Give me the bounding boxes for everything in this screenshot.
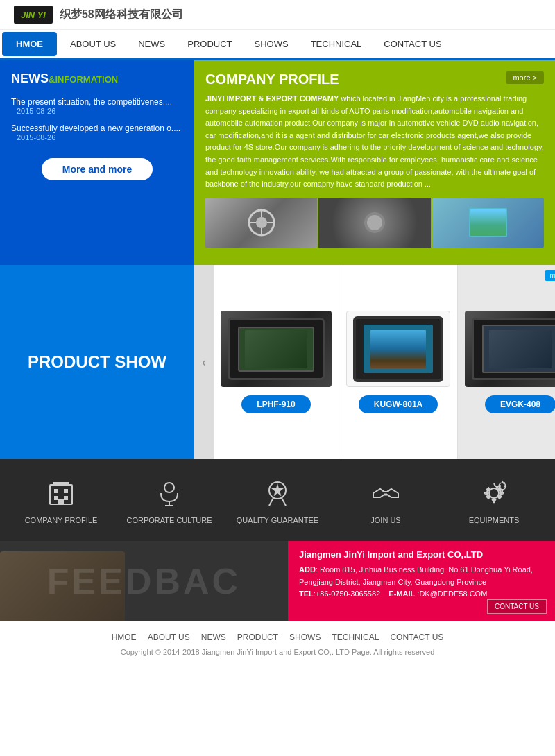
contact-us-button[interactable]: CONTACT US	[487, 599, 547, 614]
nav-item-about[interactable]: ABOUT US	[59, 32, 127, 56]
bottom-link-news[interactable]: NEWS	[201, 633, 226, 642]
svg-rect-11	[58, 499, 64, 504]
svg-point-1	[256, 217, 267, 228]
news-item-1-text: The present situation, the competitivene…	[11, 97, 183, 107]
footer-label-equipment: EQUIPMENTS	[469, 516, 520, 524]
nav-item-technical[interactable]: TECHNICAL	[300, 32, 373, 56]
svg-rect-10	[64, 496, 68, 500]
product-btn-1[interactable]: LPHF-910	[241, 395, 310, 413]
footer-label-company: COMPANY PROFILE	[25, 516, 98, 524]
prev-arrow[interactable]: ‹	[194, 265, 214, 459]
footer-icon-join[interactable]: JOIN US	[332, 476, 440, 524]
news-title: NEWS	[11, 71, 49, 85]
svg-marker-17	[271, 483, 284, 497]
bottom-nav: HMOE ABOUT US NEWS PRODUCT SHOWS TECHNIC…	[0, 621, 555, 667]
nav-item-hmoe[interactable]: HMOE	[2, 32, 57, 56]
news-item-1[interactable]: The present situation, the competitivene…	[11, 97, 183, 115]
contact-tel-email: TEL:+86-0750-3065582 E-MAIL :DK@DEDE58.C…	[299, 590, 544, 598]
contact-address: ADD: Room 815, Jinhua Business Building,…	[299, 564, 544, 588]
product-label: PRODUCT SHOW	[0, 265, 194, 459]
contact-panel: Jiangmen JinYi Import and Export CO,.LTD…	[288, 541, 555, 621]
product-btn-3[interactable]: EVGK-408	[485, 395, 555, 413]
svg-rect-7	[54, 489, 58, 493]
svg-line-18	[269, 498, 273, 506]
mic-icon	[152, 476, 187, 510]
company-img-1	[205, 198, 317, 248]
bottom-link-contact[interactable]: CONTACT US	[390, 633, 443, 642]
feedback-bg-text: FEEDBAC	[47, 560, 241, 602]
news-item-1-date: 2015-08-26	[17, 107, 183, 115]
bottom-links: HMOE ABOUT US NEWS PRODUCT SHOWS TECHNIC…	[11, 633, 544, 642]
company-panel: COMPANY PROFILE more > JINYI IMPORT & EX…	[194, 60, 555, 265]
product-img-2	[346, 311, 450, 387]
product-btn-2[interactable]: KUGW-801A	[359, 395, 438, 413]
news-item-2[interactable]: Successfully developed a new generation …	[11, 123, 183, 141]
logo-en: JIN YI	[21, 10, 46, 20]
row2: PRODUCT SHOW ‹ LPHF-910	[0, 265, 555, 459]
nav-item-product[interactable]: PRODUCT	[176, 32, 243, 56]
footer-icon-company[interactable]: COMPANY PROFILE	[7, 476, 115, 524]
product-item-3: EVGK-408	[458, 265, 555, 459]
bottom-link-hmoe[interactable]: HMOE	[112, 633, 137, 642]
product-item-2: KUGW-801A	[339, 265, 458, 459]
product-items: LPHF-910 KUGW-801A	[214, 265, 555, 459]
footer-label-quality: QUALITY GUARANTEE	[237, 516, 318, 524]
company-img-2	[318, 198, 430, 248]
nav-item-shows[interactable]: SHOWS	[244, 32, 300, 56]
logo-cn: 织梦58网络科技有限公司	[60, 8, 183, 22]
company-more-tag[interactable]: more >	[506, 71, 544, 84]
company-title: COMPANY PROFILE	[205, 71, 544, 87]
bottom-link-product[interactable]: PRODUCT	[237, 633, 278, 642]
logo-box: JIN YI	[14, 6, 53, 24]
contact-company-name: Jiangmen JinYi Import and Export CO,.LTD	[299, 549, 544, 560]
company-description: JINYI IMPORT & EXPORT COMPAMY which loca…	[205, 93, 544, 191]
company-images	[205, 198, 544, 248]
product-img-3	[465, 311, 555, 387]
copyright: Copyright © 2014-2018 Jiangmen JinYi Imp…	[11, 648, 544, 656]
footer-icon-equipment[interactable]: EQUIPMENTS	[440, 476, 548, 524]
row1: NEWS&INFORMATION The present situation, …	[0, 60, 555, 265]
bottom-link-technical[interactable]: TECHNICAL	[332, 633, 379, 642]
handshake-icon	[368, 476, 403, 510]
header: JIN YI 织梦58网络科技有限公司	[0, 0, 555, 30]
news-item-2-date: 2015-08-26	[17, 133, 183, 141]
product-slider: ‹ LPHF-910	[194, 265, 555, 459]
svg-point-20	[489, 488, 499, 498]
bottom-link-about[interactable]: ABOUT US	[148, 633, 190, 642]
news-subtitle: &INFORMATION	[49, 74, 118, 85]
more-btn[interactable]: More and more	[42, 158, 153, 180]
svg-point-13	[164, 483, 174, 492]
footer-icon-corporate[interactable]: CORPORATE CULTURE	[115, 476, 223, 524]
product-more-tag[interactable]: more >	[545, 270, 555, 281]
feedback-panel: FEEDBAC	[0, 541, 288, 621]
company-img-3	[432, 198, 544, 248]
award-icon	[260, 476, 295, 510]
news-panel: NEWS&INFORMATION The present situation, …	[0, 60, 194, 265]
product-img-1	[221, 311, 332, 387]
footer-icon-quality[interactable]: QUALITY GUARANTEE	[223, 476, 332, 524]
gear-icon	[477, 476, 511, 510]
footer-label-corporate: CORPORATE CULTURE	[126, 516, 212, 524]
nav-item-news[interactable]: NEWS	[127, 32, 176, 56]
svg-line-19	[282, 498, 286, 506]
product-item-1: LPHF-910	[214, 265, 339, 459]
building-icon	[44, 476, 78, 510]
svg-rect-9	[54, 496, 58, 500]
svg-rect-12	[53, 482, 69, 485]
product-show-title: PRODUCT SHOW	[28, 352, 166, 372]
news-item-2-text: Successfully developed a new generation …	[11, 123, 183, 133]
feedback-contact-row: FEEDBAC Jiangmen JinYi Import and Export…	[0, 541, 555, 621]
footer-label-join: JOIN US	[370, 516, 400, 524]
nav-bar: HMOE ABOUT US NEWS PRODUCT SHOWS TECHNIC…	[0, 30, 555, 60]
footer-icons-row: COMPANY PROFILE CORPORATE CULTURE QUALIT…	[0, 459, 555, 541]
nav-item-contact[interactable]: CONTACT US	[373, 32, 452, 56]
svg-rect-8	[64, 489, 68, 493]
news-heading: NEWS&INFORMATION	[11, 71, 183, 86]
logo: JIN YI 织梦58网络科技有限公司	[14, 6, 183, 24]
bottom-link-shows[interactable]: SHOWS	[289, 633, 321, 642]
